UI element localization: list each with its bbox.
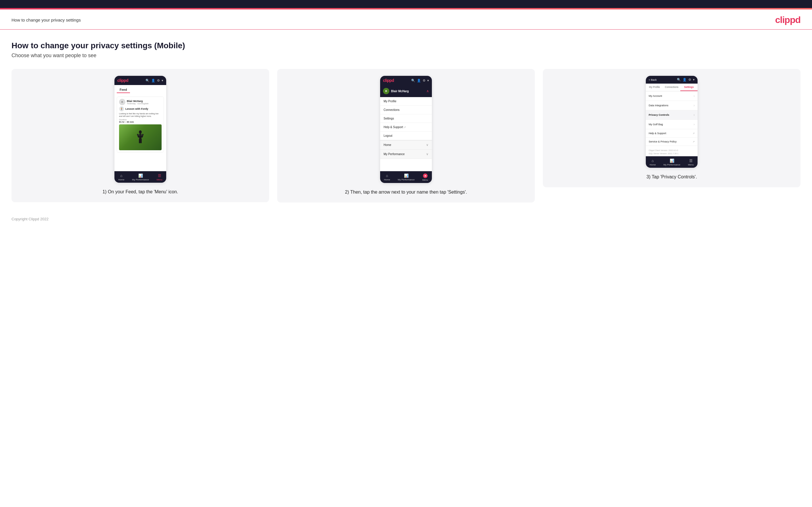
- phone-2-header: clippd 🔍 👤 ⚙ ▾: [380, 76, 432, 85]
- feed-tab: Feed: [117, 86, 130, 93]
- footer-3-performance: 📊 My Performance: [663, 159, 680, 166]
- menu-user-info: B Blair McHarg: [383, 88, 409, 94]
- tab-my-profile[interactable]: My Profile: [646, 83, 663, 91]
- menu-icon-3: ☰: [689, 159, 693, 163]
- step-2-phone: clippd 🔍 👤 ⚙ ▾ B Blair McHarg ∧: [380, 76, 432, 183]
- footer-2-menu-close[interactable]: ✕ Menu: [422, 173, 428, 181]
- my-account-arrow: ›: [694, 94, 695, 98]
- post-avatar: B: [119, 99, 125, 105]
- feed-content: B Blair McHarg Yesterday · Sunningdale 🏌…: [114, 94, 166, 157]
- phone-1-icons: 🔍 👤 ⚙ ▾: [146, 79, 163, 82]
- menu-item-help-support[interactable]: Help & Support: [380, 123, 432, 131]
- footer-home-label: Home: [118, 178, 124, 181]
- footer-2-performance: 📊 My Performance: [398, 173, 415, 181]
- footer-menu-label: Menu: [157, 178, 162, 181]
- footer-performance-label: My Performance: [132, 178, 149, 181]
- settings-item-help-support[interactable]: Help & Support: [646, 129, 698, 137]
- settings-item-my-golf-bag[interactable]: My Golf Bag ›: [646, 120, 698, 129]
- svg-rect-6: [137, 135, 144, 135]
- search-icon-3: 🔍: [677, 78, 681, 81]
- tab-settings[interactable]: Settings: [680, 83, 698, 91]
- post-date: Yesterday · Sunningdale: [127, 103, 149, 105]
- post-desc: Looking to feel like my hands are exitin…: [119, 112, 162, 117]
- footer-performance: 📊 My Performance: [132, 173, 149, 181]
- settings-item-privacy-controls[interactable]: Privacy Controls ›: [646, 110, 698, 120]
- service-privacy-label: Service & Privacy Policy: [649, 140, 676, 143]
- menu-nav-performance[interactable]: My Performance ∨: [380, 150, 432, 159]
- footer-menu[interactable]: ☰ Menu: [157, 173, 162, 181]
- phone-1-footer: ⌂ Home 📊 My Performance ☰ Menu: [114, 171, 166, 183]
- menu-user-avatar: B: [383, 88, 389, 94]
- search-icon-2: 🔍: [411, 79, 415, 82]
- close-icon: ✕: [423, 173, 427, 178]
- menu-nav-performance-label: My Performance: [384, 153, 405, 156]
- chevron-down-icon-3: ▾: [693, 78, 695, 81]
- post-title: Lesson with Fordy: [125, 107, 148, 110]
- svg-rect-2: [137, 134, 140, 138]
- settings-item-data-integrations[interactable]: Data Integrations ›: [646, 101, 698, 110]
- footer-2-menu-label: Menu: [422, 179, 428, 181]
- chevron-down-icon: ▾: [162, 79, 163, 82]
- performance-icon-3: 📊: [670, 159, 674, 163]
- footer-2-home: ⌂ Home: [384, 173, 390, 181]
- data-integrations-label: Data Integrations: [649, 104, 668, 107]
- phone-1-header: clippd 🔍 👤 ⚙ ▾: [114, 76, 166, 85]
- menu-items: My Profile Connections Settings Help & S…: [380, 97, 432, 140]
- version-line-1: Clippd Client Version: 2022.8.3-3: [649, 149, 695, 152]
- phone-2-logo: clippd: [383, 78, 394, 83]
- step-2-card: clippd 🔍 👤 ⚙ ▾ B Blair McHarg ∧: [277, 69, 535, 203]
- performance-icon-2: 📊: [404, 173, 409, 178]
- settings-icon-2: ⚙: [423, 79, 425, 82]
- header-title: How to change your privacy settings: [11, 17, 81, 22]
- settings-icon: ⚙: [157, 79, 160, 82]
- settings-item-my-account[interactable]: My Account ›: [646, 91, 698, 101]
- menu-nav-home[interactable]: Home ∨: [380, 140, 432, 150]
- menu-nav-section: Home ∨ My Performance ∨: [380, 140, 432, 159]
- logo: clippd: [775, 15, 801, 25]
- phone-2-footer: ⌂ Home 📊 My Performance ✕ Menu: [380, 171, 432, 183]
- menu-nav-home-label: Home: [384, 143, 391, 147]
- my-golf-bag-arrow: ›: [694, 122, 695, 126]
- menu-expand-chevron[interactable]: ∧: [426, 89, 429, 93]
- page-title: How to change your privacy settings (Mob…: [11, 41, 801, 50]
- step-1-caption: 1) On your Feed, tap the 'Menu' icon.: [102, 188, 178, 195]
- footer-2-home-label: Home: [384, 178, 390, 181]
- menu-item-connections[interactable]: Connections: [380, 106, 432, 114]
- menu-item-my-profile[interactable]: My Profile: [380, 97, 432, 106]
- phone-3-footer: ⌂ Home 📊 My Performance ☰ Menu: [646, 156, 698, 168]
- privacy-controls-label: Privacy Controls: [649, 113, 669, 116]
- duration-label: Duration: [119, 119, 162, 121]
- settings-icon-3: ⚙: [689, 78, 691, 81]
- footer-3-home-label: Home: [650, 163, 656, 166]
- duration-value: 01 hr : 30 min: [119, 121, 162, 123]
- menu-nav-performance-arrow: ∨: [426, 152, 428, 156]
- phone-2-body: B Blair McHarg ∧ My Profile Connections …: [380, 85, 432, 171]
- step-3-card: < Back 🔍 👤 ⚙ ▾ My Profile Connections Se…: [543, 69, 801, 187]
- version-line-2: GQL Server Version: 2022.7.30-1: [649, 152, 695, 155]
- user-icon-3: 👤: [682, 78, 687, 81]
- settings-version: Clippd Client Version: 2022.8.3-3 GQL Se…: [646, 146, 698, 156]
- menu-item-settings[interactable]: Settings: [380, 114, 432, 123]
- steps-row: clippd 🔍 👤 ⚙ ▾ Feed B: [11, 69, 801, 203]
- footer-home: ⌂ Home: [118, 173, 124, 181]
- performance-icon: 📊: [138, 173, 143, 178]
- user-icon-2: 👤: [417, 79, 421, 82]
- svg-point-0: [139, 130, 142, 133]
- copyright-text: Copyright Clippd 2022: [11, 217, 49, 221]
- phone-1-body: Feed B Blair McHarg Yesterday · Sunningd…: [114, 85, 166, 171]
- settings-item-service-privacy[interactable]: Service & Privacy Policy: [646, 137, 698, 146]
- settings-list: My Account › Data Integrations › Privacy…: [646, 91, 698, 146]
- menu-user-name: Blair McHarg: [391, 90, 409, 93]
- footer-3-home: ⌂ Home: [650, 159, 656, 166]
- back-label[interactable]: < Back: [649, 78, 657, 81]
- privacy-controls-arrow: ›: [694, 113, 695, 117]
- tab-connections[interactable]: Connections: [663, 83, 680, 91]
- home-icon: ⌂: [120, 173, 122, 178]
- footer-3-menu[interactable]: ☰ Menu: [688, 159, 694, 166]
- menu-item-logout[interactable]: Logout: [380, 131, 432, 140]
- menu-user-row: B Blair McHarg ∧: [380, 85, 432, 97]
- post-avatar-row: B Blair McHarg Yesterday · Sunningdale: [119, 99, 162, 105]
- golf-image: [119, 124, 162, 150]
- svg-rect-1: [139, 133, 142, 139]
- data-integrations-arrow: ›: [694, 103, 695, 107]
